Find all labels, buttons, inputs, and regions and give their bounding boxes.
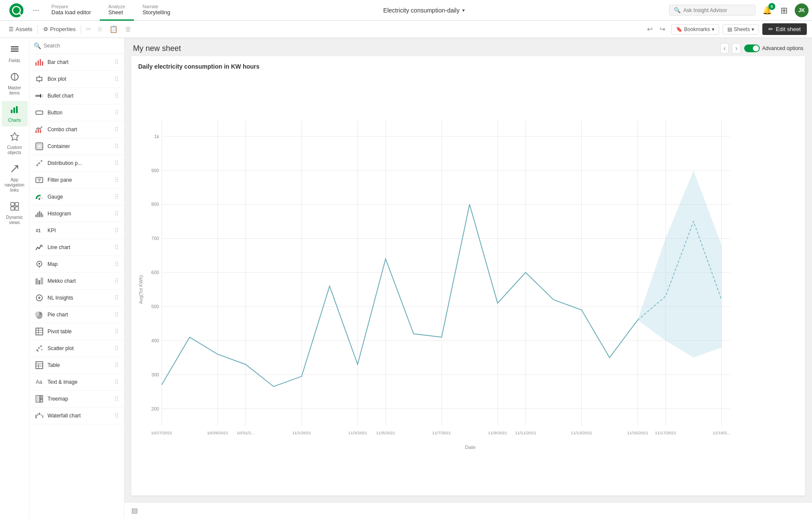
svg-rect-29 [38,129,39,133]
mekko-chart-drag-handle[interactable]: ⠿ [114,278,119,284]
sidebar-item-charts[interactable]: Charts [2,101,28,126]
chart-item-nl-insights[interactable]: NL Insights ⠿ [29,290,124,306]
svg-text:400: 400 [151,338,159,343]
chart-item-combo-chart[interactable]: Combo chart ⠿ [29,121,124,138]
chart-item-text-image[interactable]: Aa Text & image ⠿ [29,374,124,391]
sidebar-item-custom-objects[interactable]: Custom objects [2,128,28,159]
chart-item-filter-pane[interactable]: Filter pane ⠿ [29,172,124,189]
delete-icon[interactable]: 🗑 [122,24,134,35]
next-sheet-button[interactable]: › [732,43,740,54]
kpi-drag-handle[interactable]: ⠿ [114,227,119,234]
histogram-drag-handle[interactable]: ⠿ [114,210,119,217]
chart-item-table[interactable]: Table ⠿ [29,357,124,374]
chart-item-map[interactable]: Map ⠿ [29,256,124,273]
properties-tab[interactable]: ⚙ Properties [40,24,79,34]
kpi-label: KPI [48,227,111,234]
line-chart-icon [35,243,44,252]
chart-item-bullet-chart[interactable]: Bullet chart ⠿ [29,88,124,104]
text-image-drag-handle[interactable]: ⠿ [114,379,119,385]
pie-chart-drag-handle[interactable]: ⠿ [114,311,119,318]
sidebar-item-fields[interactable]: Fields [2,41,28,67]
waterfall-chart-drag-handle[interactable]: ⠿ [114,412,119,419]
charts-search-input[interactable] [44,43,120,49]
grid-menu-button[interactable]: ⊞ [779,3,790,17]
treemap-drag-handle[interactable]: ⠿ [114,395,119,402]
charts-panel: 🔍 Bar chart ⠿ Box plot ⠿ Bullet chart ⠿ … [29,38,124,518]
chart-item-waterfall-chart[interactable]: Waterfall chart ⠿ [29,407,124,424]
chart-item-bar-chart[interactable]: Bar chart ⠿ [29,54,124,71]
chart-item-kpi[interactable]: #1 KPI ⠿ [29,222,124,239]
map-drag-handle[interactable]: ⠿ [114,261,119,268]
chart-item-scatter-plot[interactable]: Scatter plot ⠿ [29,340,124,357]
chart-item-box-plot[interactable]: Box plot ⠿ [29,71,124,88]
avatar[interactable]: JK [795,3,809,17]
svg-rect-26 [40,94,41,98]
sheets-button[interactable]: ▤ Sheets ▾ [723,24,759,35]
line-chart-drag-handle[interactable]: ⠿ [114,244,119,251]
cut-icon[interactable]: ✂ [83,23,94,35]
undo-button[interactable]: ↩ [644,23,655,35]
chart-item-pivot-table[interactable]: Pivot table ⠿ [29,323,124,340]
chart-item-pie-chart[interactable]: Pie chart ⠿ [29,306,124,323]
bullet-chart-drag-handle[interactable]: ⠿ [114,92,119,99]
nl-insights-drag-handle[interactable]: ⠿ [114,294,119,301]
prev-sheet-button[interactable]: ‹ [720,43,729,54]
more-options-icon[interactable]: ··· [29,6,43,15]
pivot-table-drag-handle[interactable]: ⠿ [114,328,119,335]
container-drag-handle[interactable]: ⠿ [114,143,119,150]
svg-text:300: 300 [151,372,159,377]
app-title-chevron-icon[interactable]: ▾ [462,7,465,13]
chart-container: Avg(Tot KWh) 1k900800700600500400300200 … [138,73,798,489]
svg-text:500: 500 [151,304,159,309]
logo[interactable] [3,3,29,18]
app-nav-icon [10,164,19,176]
second-toolbar: ☰ Assets ⚙ Properties ✂ ⎘ 📋 🗑 ↩ ↪ 🔖 Book… [0,21,812,38]
svg-rect-17 [38,60,39,66]
table-icon [35,360,44,370]
chart-title: Daily electricity consumption in KW hour… [138,63,798,70]
insight-search-bar[interactable]: 🔍 [669,5,755,16]
chart-item-mekko-chart[interactable]: Mekko chart ⠿ [29,273,124,290]
chart-item-histogram[interactable]: Histogram ⠿ [29,205,124,222]
advanced-options-toggle[interactable]: Advanced options [744,44,803,52]
scatter-plot-icon [35,344,44,353]
bar-chart-drag-handle[interactable]: ⠿ [114,59,119,66]
distribution-p-drag-handle[interactable]: ⠿ [114,160,119,167]
notifications-button[interactable]: 🔔 5 [761,4,774,17]
box-plot-drag-handle[interactable]: ⠿ [114,76,119,82]
sidebar-item-app-nav[interactable]: App navigation links [2,161,28,196]
pie-chart-icon [35,310,44,319]
toolbar-left: ☰ Assets ⚙ Properties ✂ ⎘ 📋 🗑 [5,23,134,35]
distribution-p-icon [35,158,44,168]
sidebar-item-master-items[interactable]: Master items [2,69,28,99]
sidebar-item-dynamic-views[interactable]: Dynamic views [2,198,28,229]
insight-search-input[interactable] [683,7,744,13]
table-drag-handle[interactable]: ⠿ [114,362,119,369]
chart-item-line-chart[interactable]: Line chart ⠿ [29,239,124,256]
advanced-options-switch[interactable] [744,44,760,52]
chart-item-treemap[interactable]: Treemap ⠿ [29,391,124,407]
edit-sheet-button[interactable]: ✏ Edit sheet [762,23,807,35]
chart-item-gauge[interactable]: Gauge ⠿ [29,189,124,205]
tab-narrate[interactable]: Narrate Storytelling [134,0,179,21]
scatter-plot-drag-handle[interactable]: ⠿ [114,345,119,352]
paste-icon[interactable]: 📋 [107,23,121,35]
svg-point-61 [38,347,40,349]
pencil-icon: ✏ [768,26,773,32]
chart-item-button[interactable]: Button ⠿ [29,104,124,121]
assets-tab[interactable]: ☰ Assets [5,24,36,34]
tab-analyze[interactable]: Analyze Sheet [100,0,134,21]
bookmarks-button[interactable]: 🔖 Bookmarks ▾ [671,24,719,35]
chart-item-container[interactable]: Container ⠿ [29,138,124,155]
gauge-drag-handle[interactable]: ⠿ [114,193,119,200]
redo-button[interactable]: ↪ [657,23,668,35]
chart-item-distribution-p[interactable]: Distribution p... ⠿ [29,155,124,172]
combo-chart-drag-handle[interactable]: ⠿ [114,126,119,133]
tab-prepare[interactable]: Prepare Data load editor [43,0,100,21]
app-title[interactable]: Electricity consumption-daily [383,7,460,14]
copy-icon[interactable]: ⎘ [95,24,105,35]
svg-rect-74 [37,414,38,416]
button-drag-handle[interactable]: ⠿ [114,109,119,116]
filter-pane-drag-handle[interactable]: ⠿ [114,177,119,183]
container-label: Container [48,143,111,149]
